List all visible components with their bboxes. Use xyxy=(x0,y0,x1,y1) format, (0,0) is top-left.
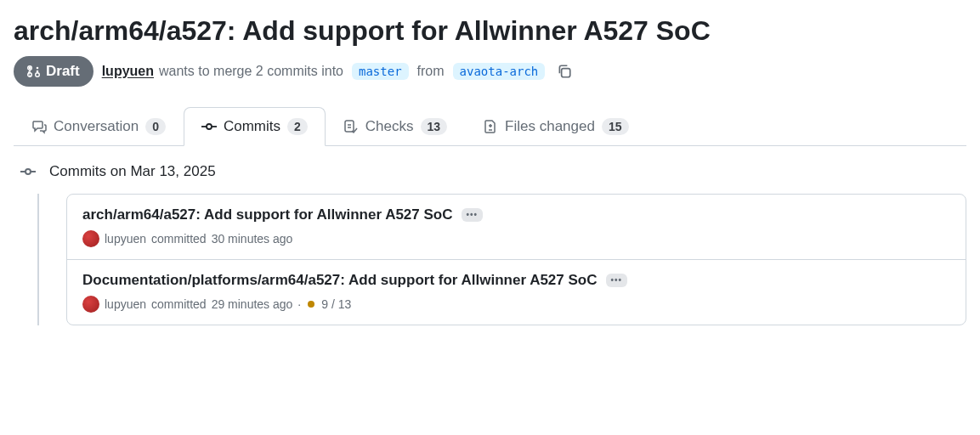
commit-row: arch/arm64/a527: Add support for Allwinn… xyxy=(67,195,966,260)
head-branch-chip[interactable]: avaota-arch xyxy=(453,63,546,80)
tab-checks[interactable]: Checks 13 xyxy=(326,107,465,146)
pr-meta-row: Draft lupyuen wants to merge 2 commits i… xyxy=(14,56,966,87)
tab-commits-count: 2 xyxy=(287,118,308,135)
svg-point-3 xyxy=(37,66,39,69)
tab-files-count: 15 xyxy=(602,118,629,135)
git-commit-icon xyxy=(20,164,36,179)
checklist-icon xyxy=(343,119,359,134)
file-diff-icon xyxy=(483,119,498,134)
commit-time: 29 minutes ago xyxy=(212,297,293,311)
tab-checks-count: 13 xyxy=(421,118,448,135)
draft-badge-label: Draft xyxy=(46,63,80,80)
copy-icon xyxy=(557,64,572,79)
tab-conversation-count: 0 xyxy=(145,118,166,135)
page-title: arch/arm64/a527: Add support for Allwinn… xyxy=(14,14,966,49)
git-commit-icon xyxy=(201,119,217,134)
tab-commits[interactable]: Commits 2 xyxy=(184,107,326,146)
svg-point-7 xyxy=(207,124,212,129)
expand-commit-message-button[interactable]: ••• xyxy=(606,274,628,287)
commit-time: 30 minutes ago xyxy=(212,232,293,246)
copy-branch-button[interactable] xyxy=(553,60,575,82)
expand-commit-message-button[interactable]: ••• xyxy=(462,208,484,222)
svg-rect-6 xyxy=(562,68,570,76)
draft-badge: Draft xyxy=(14,56,93,87)
tab-conversation-label: Conversation xyxy=(54,118,139,135)
avatar[interactable] xyxy=(82,296,99,313)
commit-committed-text: committed xyxy=(151,232,207,246)
tab-files[interactable]: Files changed 15 xyxy=(465,107,646,146)
svg-point-2 xyxy=(28,72,32,76)
svg-rect-10 xyxy=(345,121,354,132)
status-pending-icon[interactable] xyxy=(308,301,314,308)
comment-discussion-icon xyxy=(31,119,47,134)
avatar[interactable] xyxy=(82,230,99,247)
svg-point-11 xyxy=(25,169,31,174)
svg-point-4 xyxy=(37,70,39,72)
merge-text-pre: wants to merge 2 commits into xyxy=(159,64,343,79)
pull-request-draft-icon xyxy=(27,65,41,78)
separator: · xyxy=(297,297,301,311)
author-link[interactable]: lupyuen xyxy=(102,64,154,79)
commits-date-header: Commits on Mar 13, 2025 xyxy=(20,163,966,180)
tab-files-label: Files changed xyxy=(505,118,595,135)
commit-checks-status[interactable]: 9 / 13 xyxy=(321,297,351,311)
commit-title-link[interactable]: Documentation/platforms/arm64/a527: Add … xyxy=(82,272,598,289)
tab-checks-label: Checks xyxy=(365,118,414,135)
commits-date-text: Commits on Mar 13, 2025 xyxy=(49,163,216,180)
commit-author[interactable]: lupyuen xyxy=(105,232,146,246)
svg-point-5 xyxy=(36,72,40,76)
commit-row: Documentation/platforms/arm64/a527: Add … xyxy=(67,260,966,325)
commit-committed-text: committed xyxy=(151,297,207,311)
commit-author[interactable]: lupyuen xyxy=(105,297,146,311)
tab-commits-label: Commits xyxy=(224,118,280,135)
merge-text-from: from xyxy=(417,64,445,79)
tab-conversation[interactable]: Conversation 0 xyxy=(14,107,184,146)
pr-tabs: Conversation 0 Commits 2 Checks 13 Files… xyxy=(14,107,966,146)
commit-title-link[interactable]: arch/arm64/a527: Add support for Allwinn… xyxy=(82,206,453,223)
base-branch-chip[interactable]: master xyxy=(352,63,409,80)
